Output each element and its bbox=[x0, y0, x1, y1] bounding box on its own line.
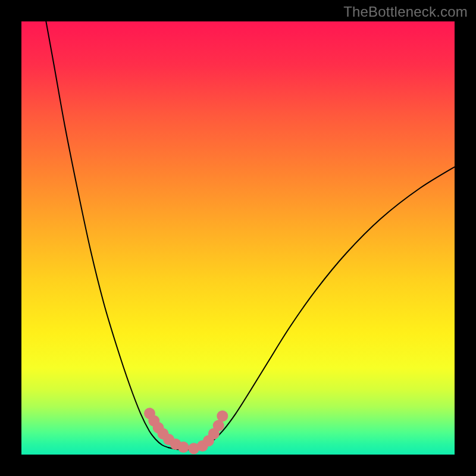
watermark-text: TheBottleneck.com bbox=[343, 4, 468, 20]
curve-left-branch bbox=[45, 21, 168, 447]
curve-right-branch bbox=[203, 164, 455, 447]
curve-layer bbox=[21, 21, 455, 455]
plot-area bbox=[21, 21, 455, 455]
curve-marker bbox=[178, 441, 189, 453]
curve-marker bbox=[217, 411, 228, 422]
marker-group-left bbox=[144, 408, 189, 453]
chart-frame: TheBottleneck.com bbox=[0, 0, 476, 476]
